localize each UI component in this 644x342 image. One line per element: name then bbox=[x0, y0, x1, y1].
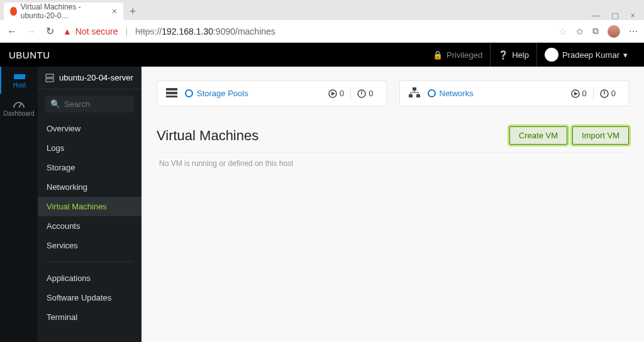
cockpit-favicon bbox=[10, 7, 17, 16]
svg-line-1 bbox=[19, 104, 21, 108]
import-vm-button[interactable]: Import VM bbox=[572, 126, 629, 145]
url-field[interactable]: https://192.168.1.30:9090/machines bbox=[135, 26, 275, 36]
svg-rect-4 bbox=[166, 88, 177, 91]
sidebar-search[interactable]: 🔍 bbox=[45, 96, 134, 113]
sidebar-item-applications[interactable]: Applications bbox=[38, 268, 142, 288]
svg-rect-2 bbox=[46, 74, 53, 77]
forward-icon[interactable]: → bbox=[25, 26, 36, 37]
sidebar-item-accounts[interactable]: Accounts bbox=[38, 216, 142, 236]
running-count: 0 bbox=[325, 89, 348, 98]
running-count: 0 bbox=[567, 89, 591, 98]
svg-marker-8 bbox=[331, 92, 335, 96]
menu-icon[interactable]: ⋯ bbox=[629, 26, 638, 36]
svg-rect-13 bbox=[416, 94, 420, 97]
sidebar-item-logs[interactable]: Logs bbox=[38, 138, 142, 158]
svg-rect-12 bbox=[409, 94, 413, 97]
window-close-icon[interactable]: × bbox=[630, 11, 635, 20]
sidebar-item-software-updates[interactable]: Software Updates bbox=[38, 288, 142, 307]
rail-dashboard[interactable]: Dashboard bbox=[0, 94, 38, 122]
user-avatar-icon bbox=[545, 48, 558, 62]
profile-avatar[interactable] bbox=[608, 25, 620, 38]
user-menu[interactable]: Pradeep Kumar ▾ bbox=[537, 43, 635, 67]
svg-rect-6 bbox=[166, 96, 177, 97]
svg-rect-11 bbox=[413, 87, 416, 91]
favorite-icon[interactable]: ✩ bbox=[576, 26, 584, 36]
page-title: Virtual Machines bbox=[157, 128, 504, 144]
sidebar-item-services[interactable]: Services bbox=[38, 236, 142, 255]
browser-tab-strip: Virtual Machines - ubuntu-20-0… × + — ▢ … bbox=[0, 0, 644, 20]
security-chip[interactable]: ▲ Not secure bbox=[63, 26, 118, 36]
sidebar: ubuntu-20-04-server 🔍 OverviewLogsStorag… bbox=[38, 67, 142, 342]
play-circle-icon bbox=[571, 89, 580, 98]
vm-section-header: Virtual Machines Create VM Import VM bbox=[157, 126, 629, 145]
networks-icon bbox=[409, 87, 420, 99]
back-icon[interactable]: ← bbox=[6, 26, 18, 37]
gauge-icon bbox=[12, 100, 26, 109]
sidebar-item-networking[interactable]: Networking bbox=[38, 177, 142, 197]
networks-link[interactable]: Networks bbox=[428, 89, 474, 98]
host-icon bbox=[13, 73, 26, 80]
security-label: Not secure bbox=[75, 26, 118, 36]
svg-marker-15 bbox=[574, 92, 578, 96]
play-circle-icon bbox=[328, 89, 337, 98]
browser-tab[interactable]: Virtual Machines - ubuntu-20-0… × bbox=[4, 3, 123, 20]
storage-pools-card: Storage Pools 0 0 bbox=[157, 80, 387, 106]
cockpit-header: UBUNTU 🔒 Privileged ❔ Help Pradeep Kumar… bbox=[0, 43, 644, 67]
stopped-count: 0 bbox=[596, 89, 619, 98]
help-icon: ❔ bbox=[498, 50, 508, 60]
stopped-count: 0 bbox=[353, 89, 377, 98]
svg-rect-5 bbox=[166, 92, 177, 94]
rail-host[interactable]: Host bbox=[0, 67, 38, 94]
close-tab-icon[interactable]: × bbox=[112, 6, 117, 16]
networks-card: Networks 0 0 bbox=[399, 80, 630, 106]
browser-address-bar: ← → ↻ ▲ Not secure | https://192.168.1.3… bbox=[0, 20, 644, 43]
power-circle-icon bbox=[600, 89, 609, 98]
server-selector[interactable]: ubuntu-20-04-server bbox=[38, 67, 142, 89]
create-vm-button[interactable]: Create VM bbox=[509, 126, 567, 145]
new-tab-button[interactable]: + bbox=[123, 3, 143, 20]
window-maximize-icon[interactable]: ▢ bbox=[611, 11, 619, 20]
collections-icon[interactable]: ⧉ bbox=[592, 26, 599, 36]
sidebar-item-terminal[interactable]: Terminal bbox=[38, 307, 142, 327]
left-rail: Host Dashboard bbox=[0, 67, 38, 342]
help-button[interactable]: ❔ Help bbox=[491, 43, 536, 67]
window-minimize-icon[interactable]: — bbox=[592, 11, 600, 20]
server-icon bbox=[45, 74, 54, 82]
sidebar-nav: OverviewLogsStorageNetworkingVirtual Mac… bbox=[38, 119, 142, 327]
refresh-icon[interactable]: ↻ bbox=[44, 25, 55, 37]
tab-title: Virtual Machines - ubuntu-20-0… bbox=[21, 3, 106, 20]
brand-label: UBUNTU bbox=[9, 50, 50, 60]
warning-icon: ▲ bbox=[63, 26, 72, 36]
read-aloud-icon[interactable]: ☆ bbox=[559, 26, 567, 36]
power-circle-icon bbox=[357, 89, 366, 98]
sidebar-item-virtual-machines[interactable]: Virtual Machines bbox=[38, 197, 142, 216]
privileged-button[interactable]: 🔒 Privileged bbox=[425, 43, 490, 67]
storage-pools-icon bbox=[166, 87, 177, 99]
sidebar-item-overview[interactable]: Overview bbox=[38, 119, 142, 138]
sidebar-item-storage[interactable]: Storage bbox=[38, 158, 142, 177]
search-icon: 🔍 bbox=[50, 99, 60, 109]
storage-pools-link[interactable]: Storage Pools bbox=[185, 89, 248, 98]
svg-rect-3 bbox=[46, 79, 53, 82]
chevron-down-icon: ▾ bbox=[623, 50, 628, 60]
empty-state: No VM is running or defined on this host bbox=[157, 152, 629, 174]
main-content: Storage Pools 0 0 Networks bbox=[142, 67, 644, 342]
svg-rect-0 bbox=[14, 74, 25, 79]
divider: | bbox=[126, 26, 128, 36]
lock-icon: 🔒 bbox=[433, 50, 443, 60]
